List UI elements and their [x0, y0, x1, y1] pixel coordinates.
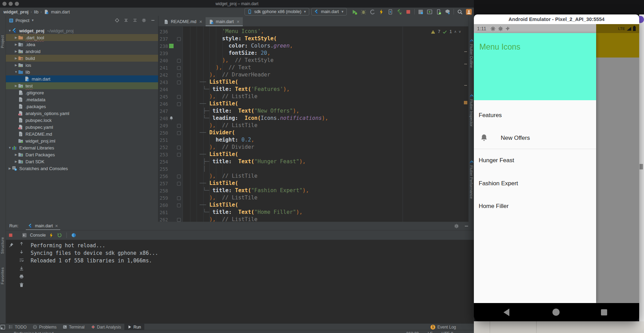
collapse-all-icon[interactable]: [133, 18, 137, 23]
fold-marker[interactable]: [177, 66, 181, 70]
tree-row--gitignore[interactable]: .gitignore: [6, 89, 158, 96]
search-everywhere-button[interactable]: [457, 9, 463, 15]
fold-marker[interactable]: [177, 124, 181, 128]
code-line-239[interactable]: 239 fontSize: 20,: [158, 50, 461, 57]
tree-arrow-icon[interactable]: ▶: [8, 167, 12, 170]
tree-row-widget-proj[interactable]: ▼widget_proj ~/widget_proj: [6, 27, 158, 34]
hot-reload-icon[interactable]: [49, 232, 54, 238]
code-line-258[interactable]: 258 └─ title: Text("Fashion Expert"),: [158, 187, 461, 194]
code-line-245[interactable]: 245 ), // ListTile: [158, 93, 461, 100]
tree-row-scratches-and-consoles[interactable]: ▶Scratches and Consoles: [6, 165, 158, 172]
toolwindow-tab-project[interactable]: Project: [0, 35, 4, 48]
tree-row-external-libraries[interactable]: ▼External Libraries: [6, 144, 158, 151]
tree-row-widget-proj-iml[interactable]: widget_proj.iml: [6, 137, 158, 144]
close-icon[interactable]: ✕: [237, 20, 240, 24]
code-line-259[interactable]: 259 ), // ListTile: [158, 194, 461, 201]
nav-back-button[interactable]: [503, 309, 509, 316]
editor-tab-main-dart[interactable]: main.dart✕: [206, 17, 243, 26]
breadcrumb[interactable]: widget_proj›lib›main.dart: [0, 9, 70, 14]
tree-arrow-icon[interactable]: ▶: [14, 160, 18, 163]
drawer-item-hunger-feast[interactable]: Hunger Feast: [479, 157, 514, 164]
tree-arrow-icon[interactable]: ▶: [14, 36, 18, 39]
nav-home-button[interactable]: [552, 309, 560, 316]
stop-button[interactable]: [405, 9, 411, 15]
console-output[interactable]: Performing hot reload...Syncing files to…: [31, 242, 158, 264]
code-line-250[interactable]: 250 ── Divider(: [158, 129, 461, 136]
tree-row-android[interactable]: ▶android: [6, 48, 158, 55]
event-log-button[interactable]: 1 Event Log: [430, 325, 456, 330]
tree-arrow-icon[interactable]: ▼: [8, 29, 12, 32]
code-line-249[interactable]: 249 ), // ListTile: [158, 122, 461, 129]
tree-row-analysis-options-yaml[interactable]: analysis_options.yaml: [6, 110, 158, 117]
tree-row-build[interactable]: ▶build: [6, 55, 158, 62]
toolwindow-switcher-icon[interactable]: [0, 324, 6, 330]
debug-button[interactable]: [361, 9, 366, 15]
run-config-selector[interactable]: main.dart ▼: [311, 8, 347, 15]
stop-button[interactable]: [8, 233, 13, 238]
code-line-257[interactable]: 257 ── ListTile(: [158, 180, 461, 187]
code-line-251[interactable]: 251 height: 0.2,: [158, 136, 461, 144]
tree-row--packages[interactable]: .packages: [6, 103, 158, 110]
statusbar-item-todo[interactable]: TODO: [6, 324, 30, 330]
code-line-262[interactable]: 262 ), // ListTile: [158, 216, 461, 222]
next-problem-icon[interactable]: ˅: [459, 30, 461, 34]
toolwindow-tab-structure[interactable]: Structure: [0, 237, 4, 254]
tree-arrow-icon[interactable]: ▶: [14, 84, 18, 87]
profile-button[interactable]: [370, 9, 375, 15]
toolwindow-tab-flutter-performance[interactable]: Flutter Performance: [469, 160, 474, 199]
nav-recents-button[interactable]: [601, 309, 607, 315]
hot-restart-button[interactable]: [387, 9, 393, 15]
fold-marker[interactable]: [177, 218, 181, 222]
file-encoding[interactable]: UTF-8: [442, 331, 453, 333]
tree-arrow-icon[interactable]: ▶: [14, 43, 18, 46]
statusbar-item-run[interactable]: Run: [124, 324, 144, 330]
tree-row-dart-sdk[interactable]: ▶Dart SDK: [6, 158, 158, 165]
fold-marker[interactable]: [177, 182, 181, 186]
flutter-attach-button[interactable]: [396, 9, 402, 15]
close-icon[interactable]: ✕: [199, 20, 202, 24]
tool-windows-button[interactable]: [418, 9, 424, 15]
tree-arrow-icon[interactable]: ▶: [14, 50, 18, 53]
expand-all-icon[interactable]: [124, 18, 128, 23]
up-stack-icon[interactable]: [19, 241, 24, 246]
statusbar-item-dart-analysis[interactable]: Dart Analysis: [88, 324, 124, 330]
code-line-247[interactable]: 247 ├─ title: Text("New Offers"),: [158, 107, 461, 115]
code-line-253[interactable]: 253 ── ListTile(: [158, 151, 461, 158]
code-line-255[interactable]: 255 │: [158, 165, 461, 173]
statusbar-item-terminal[interactable]: Terminal: [60, 324, 87, 330]
tree-arrow-icon[interactable]: ▶: [14, 56, 18, 60]
color-preview-green[interactable]: [169, 44, 174, 48]
hide-panel-icon[interactable]: [464, 223, 469, 229]
code-line-237[interactable]: 237 style: TextStyle(: [158, 35, 461, 42]
device-selector[interactable]: sdk gphone x86 (mobile) ▼: [245, 8, 309, 15]
drawer-item-features[interactable]: Features: [479, 112, 502, 119]
fold-marker[interactable]: [177, 204, 181, 207]
toolwindow-tab-flutter-outline[interactable]: Flutter Outline: [469, 39, 474, 68]
tree-arrow-icon[interactable]: ▶: [14, 63, 18, 67]
tree-row-pubspec-yaml[interactable]: pubspec.yaml: [6, 124, 158, 131]
hide-panel-icon[interactable]: [150, 18, 155, 23]
line-ending[interactable]: LF: [428, 331, 433, 333]
code-line-238[interactable]: 238 color: Colors.green,: [158, 42, 461, 50]
tree-row-readme-md[interactable]: README.md: [6, 131, 158, 137]
inspections-widget[interactable]: 7 1 ˄ ˅: [431, 29, 461, 34]
tree-row--metadata[interactable]: .metadata: [6, 96, 158, 103]
hot-restart-icon[interactable]: [57, 232, 62, 238]
editor-tab-readme-md[interactable]: README.md✕: [160, 17, 206, 26]
tree-arrow-icon[interactable]: ▶: [14, 153, 18, 156]
caret-position[interactable]: 262:23: [406, 331, 419, 333]
device-manager-button[interactable]: [436, 9, 442, 15]
tree-row-ios[interactable]: ▶ios: [6, 62, 158, 69]
code-line-236[interactable]: 236 'Menu Icons',: [158, 28, 461, 35]
fold-marker[interactable]: [177, 146, 181, 149]
editor-scrollbar[interactable]: [464, 27, 468, 222]
code-line-242[interactable]: 242 ), // DrawerHeader: [158, 71, 461, 79]
code-line-256[interactable]: 256 ), // ListTile: [158, 173, 461, 180]
settings-gear-icon[interactable]: [142, 18, 146, 23]
print-icon[interactable]: [19, 274, 24, 279]
tree-row-lib[interactable]: ▼lib: [6, 69, 158, 75]
code-line-248[interactable]: 248 └─ leading: Icon(Icons.notifications…: [158, 115, 461, 122]
fold-marker[interactable]: [177, 196, 181, 200]
code-line-261[interactable]: 261 └─ title: Text("Home Filler"),: [158, 209, 461, 216]
pin-icon[interactable]: [9, 242, 14, 248]
